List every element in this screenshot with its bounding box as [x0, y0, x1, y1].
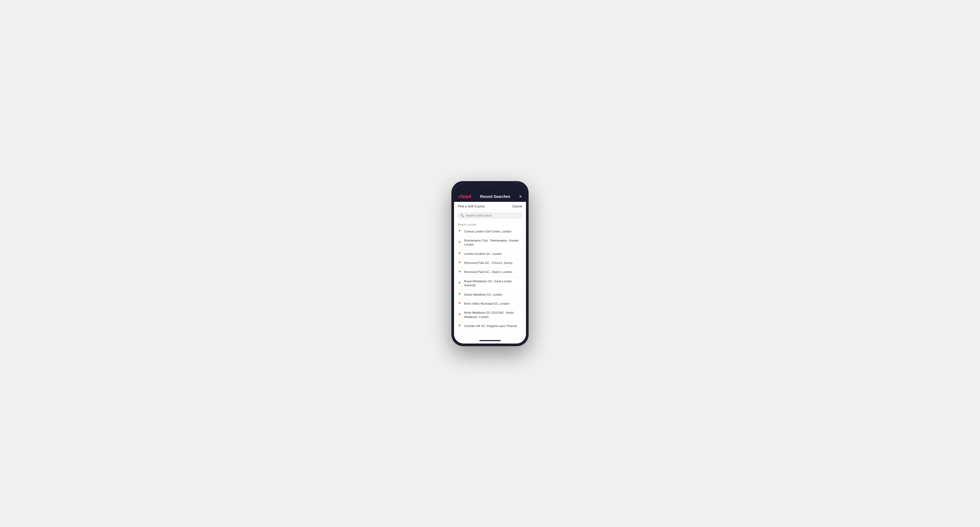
- pin-icon: 📍: [458, 313, 461, 317]
- pin-icon: 📍: [458, 282, 461, 285]
- phone-screen: clippd Recent Searches ≡ Find a Golf Cou…: [454, 184, 526, 343]
- course-name: London Scottish GC, London: [464, 252, 502, 256]
- pin-icon: 📍: [458, 252, 461, 256]
- pin-icon: 📍: [458, 230, 461, 233]
- search-input[interactable]: [466, 214, 520, 217]
- list-item[interactable]: 📍 Richmond Park GC - Prince's, Surrey: [454, 259, 526, 268]
- course-name: Brent Valley Municipal GC, London: [464, 302, 509, 306]
- search-container: 🔍: [454, 211, 526, 221]
- search-input-wrap[interactable]: 🔍: [458, 212, 522, 219]
- list-item[interactable]: 📍 London Scottish GC, London: [454, 249, 526, 259]
- app-logo: clippd: [458, 194, 471, 199]
- course-name: Royal Wimbledon GC, Great London Authori…: [464, 279, 522, 287]
- list-item[interactable]: 📍 Dukes Meadows GC, London: [454, 290, 526, 299]
- find-bar: Find a Golf Course Cancel: [454, 202, 526, 211]
- list-item[interactable]: 📍 Brent Valley Municipal GC, London: [454, 299, 526, 308]
- header-title: Recent Searches: [480, 194, 510, 198]
- main-content: Find a Golf Course Cancel 🔍 Nearby cours…: [454, 202, 526, 338]
- list-item[interactable]: 📍 Central London Golf Centre, London: [454, 227, 526, 236]
- search-icon: 🔍: [460, 214, 464, 217]
- app-header: clippd Recent Searches ≡: [454, 192, 526, 202]
- home-indicator: [454, 338, 526, 343]
- course-name: Roehampton Club - Roehampton, Greater Lo…: [464, 239, 522, 247]
- pin-icon: 📍: [458, 261, 461, 265]
- pin-icon: 📍: [458, 241, 461, 244]
- pin-icon: 📍: [458, 324, 461, 328]
- phone-notch: [478, 184, 502, 190]
- find-bar-title: Find a Golf Course: [458, 205, 485, 208]
- course-name: Dukes Meadows GC, London: [464, 293, 503, 297]
- course-name: Central London Golf Centre, London: [464, 230, 511, 233]
- list-item[interactable]: 📍 Richmond Park GC - Duke's, London: [454, 268, 526, 277]
- list-item[interactable]: 📍 Roehampton Club - Roehampton, Greater …: [454, 236, 526, 249]
- pin-icon: 📍: [458, 302, 461, 305]
- pin-icon: 📍: [458, 271, 461, 274]
- course-name: North Middlesex GC (1011942 - North Midd…: [464, 311, 522, 319]
- course-name: Richmond Park GC - Duke's, London: [464, 270, 512, 274]
- phone-frame: clippd Recent Searches ≡ Find a Golf Cou…: [451, 181, 529, 346]
- nearby-section: Nearby courses 📍 Central London Golf Cen…: [454, 221, 526, 338]
- course-name: Coombe Hill GC, Kingston upon Thames: [464, 324, 517, 328]
- nearby-label: Nearby courses: [454, 221, 526, 227]
- home-bar: [479, 340, 501, 341]
- menu-icon[interactable]: ≡: [519, 194, 522, 198]
- list-item[interactable]: 📍 Royal Wimbledon GC, Great London Autho…: [454, 277, 526, 290]
- course-name: Richmond Park GC - Prince's, Surrey: [464, 261, 513, 265]
- list-item[interactable]: 📍 North Middlesex GC (1011942 - North Mi…: [454, 308, 526, 322]
- list-item[interactable]: 📍 Coombe Hill GC, Kingston upon Thames: [454, 322, 526, 331]
- pin-icon: 📍: [458, 293, 461, 296]
- cancel-button[interactable]: Cancel: [512, 205, 522, 208]
